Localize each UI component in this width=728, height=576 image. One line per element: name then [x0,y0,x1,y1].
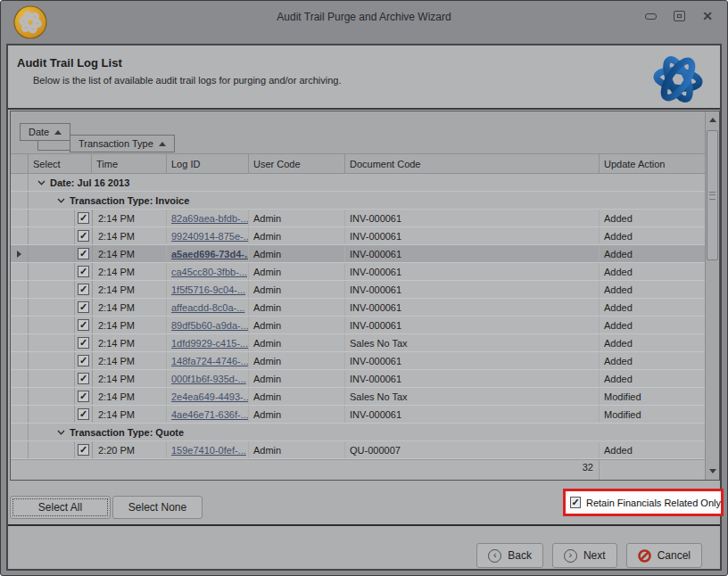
table-row[interactable]: ✓2:14 PM4ae46e71-636f-...AdminINV-000061… [11,406,705,424]
window-title: Audit Trail Purge and Archive Wizard [1,11,727,23]
next-button[interactable]: › Next [552,543,617,568]
log-id-link[interactable]: 2e4ea649-4493-... [171,391,249,402]
user-code-cell: Admin [249,210,345,226]
user-code-cell: Admin [249,352,345,369]
document-code-cell: INV-000061 [345,210,600,226]
column-header-log-id[interactable]: Log ID [167,154,249,173]
table-row[interactable]: ✓2:14 PMa5aed696-73d4-...AdminINV-000061… [11,245,705,263]
row-checkbox[interactable]: ✓ [78,319,89,331]
user-code-cell: Admin [249,370,345,387]
row-indicator-cell [11,334,29,351]
select-cell: ✓ [75,406,92,423]
select-none-button[interactable]: Select None [112,496,203,519]
close-icon: ✕ [702,10,713,22]
row-checkbox[interactable]: ✓ [78,444,89,456]
column-header-user-code[interactable]: User Code [249,154,345,173]
log-id-link[interactable]: 000f1b6f-935d-... [171,374,246,384]
group-indent [29,424,55,440]
group-row-transaction-type[interactable]: Transaction Type: Invoice [11,192,705,210]
group-button-date[interactable]: Date [20,123,70,141]
row-checkbox[interactable]: ✓ [78,266,89,277]
scroll-up-button[interactable] [706,113,719,127]
time-cell: 2:14 PM [92,388,167,405]
group-row-transaction-type[interactable]: Transaction Type: Quote [11,424,705,441]
column-header-select[interactable]: Select [29,154,92,173]
cancel-button[interactable]: Cancel [626,543,702,568]
collapse-chevron-icon[interactable] [57,198,65,203]
update-action-cell: Added [600,281,705,298]
log-id-link[interactable]: 82a69aea-bfdb-... [171,213,249,224]
row-checkbox[interactable]: ✓ [78,408,89,420]
table-row[interactable]: ✓2:14 PM82a69aea-bfdb-...AdminINV-000061… [11,210,705,227]
log-id-link[interactable]: a5aed696-73d4-... [171,249,249,259]
maximize-icon [674,11,685,21]
select-cell: ✓ [75,281,92,298]
row-checkbox[interactable]: ✓ [78,355,89,366]
collapse-chevron-icon[interactable] [37,180,46,185]
row-checkbox[interactable]: ✓ [78,284,89,295]
select-cell: ✓ [75,245,92,262]
log-id-link[interactable]: 159e7410-0fef-... [171,445,246,456]
update-action-cell: Added [600,210,705,226]
table-row[interactable]: ✓2:14 PMca45cc80-3fbb-...AdminINV-000061… [11,263,705,281]
column-header-update-action[interactable]: Update Action [600,154,705,173]
time-cell: 2:14 PM [92,317,167,333]
row-indicator-cell [11,370,29,387]
group-by-bar: Date Transaction Type [11,111,705,153]
row-checkbox[interactable]: ✓ [78,212,89,224]
log-id-link[interactable]: 99240914-875e-... [171,231,249,242]
log-id-link[interactable]: ca45cc80-3fbb-... [171,267,247,277]
log-id-link[interactable]: 89df5b60-a9da-... [171,320,249,331]
row-checkbox[interactable]: ✓ [78,248,89,259]
user-code-cell: Admin [249,245,345,262]
collapse-chevron-icon[interactable] [57,430,65,435]
row-indicator-cell [11,174,29,191]
retain-financials-checkbox[interactable]: ✓ [570,497,581,508]
row-checkbox[interactable]: ✓ [78,337,89,349]
table-row[interactable]: ✓2:14 PM2e4ea649-4493-...AdminSales No T… [11,388,705,406]
page-title: Audit Trail Log List [17,56,122,70]
vertical-scrollbar[interactable] [705,111,719,480]
maximize-button[interactable] [672,10,686,22]
table-row[interactable]: ✓2:20 PM159e7410-0fef-...AdminQU-000007A… [11,441,705,459]
scroll-down-button[interactable] [706,465,719,478]
time-cell: 2:14 PM [92,352,167,369]
row-checkbox[interactable]: ✓ [78,230,89,242]
select-all-button[interactable]: Select All [10,496,111,519]
table-row[interactable]: ✓2:14 PM99240914-875e-...AdminINV-000061… [11,227,705,245]
table-row[interactable]: ✓2:14 PM89df5b60-a9da-...AdminINV-000061… [11,317,705,334]
log-id-link[interactable]: 148fa724-4746-... [171,356,249,366]
scrollbar-thumb[interactable] [707,130,718,260]
log-id-link[interactable]: 1f5f5716-9c04-... [171,284,245,295]
update-action-cell: Added [600,317,705,333]
row-checkbox[interactable]: ✓ [78,301,89,313]
table-row[interactable]: ✓2:14 PM1f5f5716-9c04-...AdminINV-000061… [11,281,705,299]
log-id-cell: 82a69aea-bfdb-... [167,210,249,226]
group-row-date[interactable]: Date: Jul 16 2013 [11,174,705,192]
table-row[interactable]: ✓2:14 PM000f1b6f-935d-...AdminINV-000061… [11,370,705,388]
table-row[interactable]: ✓2:14 PM1dfd9929-c415-...AdminSales No T… [11,334,705,352]
summary-row: 32 [11,459,705,480]
row-indent [29,352,75,369]
user-code-cell: Admin [249,281,345,298]
row-checkbox[interactable]: ✓ [78,373,89,384]
time-cell: 2:20 PM [92,441,167,458]
row-count: 32 [11,460,600,480]
title-bar: Audit Trail Purge and Archive Wizard ✕ [1,1,727,44]
time-cell: 2:14 PM [92,210,167,226]
column-header-document-code[interactable]: Document Code [345,154,600,173]
log-id-link[interactable]: 1dfd9929-c415-... [171,338,248,349]
minimize-button[interactable] [643,10,658,22]
table-row[interactable]: ✓2:14 PMaffeacdd-8c0a-...AdminINV-000061… [11,299,705,317]
row-indent [29,299,75,316]
close-button[interactable]: ✕ [700,10,715,22]
column-header-time[interactable]: Time [92,154,167,173]
update-action-cell: Added [600,441,705,458]
row-checkbox[interactable]: ✓ [78,391,89,402]
log-id-link[interactable]: 4ae46e71-636f-... [171,409,249,420]
select-cell: ✓ [75,352,92,369]
back-button[interactable]: ‹ Back [476,543,543,568]
log-id-link[interactable]: affeacdd-8c0a-... [171,302,244,313]
table-row[interactable]: ✓2:14 PM148fa724-4746-...AdminINV-000061… [11,352,705,370]
group-button-transaction-type[interactable]: Transaction Type [70,135,175,152]
